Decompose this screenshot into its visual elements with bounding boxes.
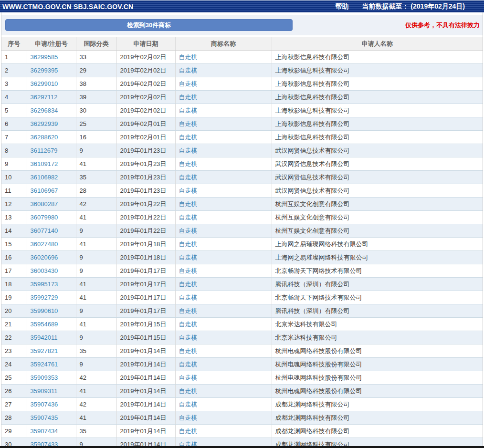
registration-number-link[interactable]: 35924761 bbox=[31, 361, 58, 368]
mark-name-link[interactable]: 自走棋 bbox=[179, 227, 198, 234]
mark-name-link[interactable]: 自走棋 bbox=[179, 94, 198, 101]
mark-name-link[interactable]: 自走棋 bbox=[179, 254, 198, 261]
mark-name-cell: 自走棋 bbox=[175, 131, 272, 144]
registration-number-cell: 36027480 bbox=[27, 238, 76, 251]
application-date-cell: 2019年01月22日 bbox=[116, 198, 175, 211]
applicant-name-cell: 武汉网贤信息技术有限公司 bbox=[272, 184, 483, 198]
registration-number-link[interactable]: 36106967 bbox=[31, 187, 58, 194]
mark-name-link[interactable]: 自走棋 bbox=[179, 107, 198, 114]
mark-name-link[interactable]: 自走棋 bbox=[179, 281, 198, 288]
mark-name-link[interactable]: 自走棋 bbox=[179, 334, 198, 341]
top-navigation-bar: WWW.CTMO.GOV.CN SBJ.SAIC.GOV.CN 帮助 当前数据截… bbox=[0, 0, 484, 12]
registration-number-link[interactable]: 35942011 bbox=[31, 334, 58, 341]
mark-name-link[interactable]: 自走棋 bbox=[179, 294, 198, 301]
application-date-cell: 2019年01月17日 bbox=[116, 264, 175, 278]
registration-number-link[interactable]: 35909353 bbox=[31, 374, 58, 381]
result-count-button[interactable]: 检索到30件商标 bbox=[5, 19, 293, 31]
mark-name-link[interactable]: 自走棋 bbox=[179, 120, 198, 127]
mark-name-link[interactable]: 自走棋 bbox=[179, 200, 198, 208]
registration-number-link[interactable]: 35907434 bbox=[31, 427, 58, 435]
mark-name-link[interactable]: 自走棋 bbox=[179, 67, 198, 74]
registration-number-link[interactable]: 35990610 bbox=[31, 307, 58, 314]
mark-name-cell: 自走棋 bbox=[175, 157, 272, 171]
mark-name-cell: 自走棋 bbox=[175, 291, 272, 304]
mark-name-link[interactable]: 自走棋 bbox=[179, 427, 198, 435]
application-date-cell: 2019年02月02日 bbox=[116, 51, 175, 64]
mark-name-link[interactable]: 自走棋 bbox=[179, 134, 198, 141]
registration-number-link[interactable]: 36299010 bbox=[31, 80, 58, 87]
registration-number-link[interactable]: 35992729 bbox=[31, 294, 58, 301]
mark-name-link[interactable]: 自走棋 bbox=[179, 401, 198, 408]
registration-number-link[interactable]: 36027480 bbox=[31, 240, 58, 248]
mark-name-cell: 自走棋 bbox=[175, 77, 272, 91]
mark-name-link[interactable]: 自走棋 bbox=[179, 80, 198, 87]
mark-name-link[interactable]: 自走棋 bbox=[179, 321, 198, 328]
registration-number-link[interactable]: 36112679 bbox=[31, 147, 58, 154]
registration-number-link[interactable]: 36109172 bbox=[31, 160, 58, 167]
mark-name-link[interactable]: 自走棋 bbox=[179, 174, 198, 181]
registration-number-cell: 36292939 bbox=[27, 117, 76, 131]
registration-number-cell: 36112679 bbox=[27, 144, 76, 157]
intl-class-cell: 38 bbox=[76, 77, 116, 91]
registration-number-cell: 35995173 bbox=[27, 278, 76, 291]
mark-name-link[interactable]: 自走棋 bbox=[179, 160, 198, 167]
mark-name-link[interactable]: 自走棋 bbox=[179, 214, 198, 221]
registration-number-link[interactable]: 35927821 bbox=[31, 347, 58, 354]
seq-cell: 29 bbox=[1, 425, 27, 438]
mark-name-link[interactable]: 自走棋 bbox=[179, 187, 198, 194]
registration-number-cell: 35909353 bbox=[27, 371, 76, 385]
applicant-name-cell: 腾讯科技（深圳）有限公司 bbox=[272, 304, 483, 318]
registration-number-link[interactable]: 35909311 bbox=[31, 387, 58, 395]
registration-number-link[interactable]: 36292939 bbox=[31, 120, 58, 127]
registration-number-link[interactable]: 35907435 bbox=[31, 414, 58, 421]
results-toolbar: 检索到30件商标 仅供参考，不具有法律效力 bbox=[1, 15, 483, 35]
mark-name-link[interactable]: 自走棋 bbox=[179, 53, 198, 61]
seq-cell: 3 bbox=[1, 77, 27, 91]
intl-class-cell: 28 bbox=[76, 184, 116, 198]
seq-cell: 18 bbox=[1, 278, 27, 291]
intl-class-cell: 30 bbox=[76, 104, 116, 117]
registration-number-link[interactable]: 36106982 bbox=[31, 174, 58, 181]
registration-number-link[interactable]: 36288620 bbox=[31, 134, 58, 141]
table-row: 143607714092019年01月22日自走棋杭州互娱文化创意有限公司 bbox=[1, 224, 483, 238]
table-row: 2135954689412019年01月15日自走棋北京米达科技有限公司 bbox=[1, 318, 483, 331]
registration-number-link[interactable]: 36077140 bbox=[31, 227, 58, 234]
registration-number-link[interactable]: 36299395 bbox=[31, 67, 58, 74]
mark-name-link[interactable]: 自走棋 bbox=[179, 147, 198, 154]
mark-name-cell: 自走棋 bbox=[175, 398, 272, 411]
mark-name-cell: 自走棋 bbox=[175, 224, 272, 238]
registration-number-link[interactable]: 35954689 bbox=[31, 321, 58, 328]
registration-number-link[interactable]: 35907436 bbox=[31, 401, 58, 408]
mark-name-link[interactable]: 自走棋 bbox=[179, 414, 198, 421]
registration-number-link[interactable]: 36296834 bbox=[31, 107, 58, 114]
table-row: 1835995173412019年01月17日自走棋腾讯科技（深圳）有限公司 bbox=[1, 278, 483, 291]
mark-name-link[interactable]: 自走棋 bbox=[179, 387, 198, 395]
application-date-cell: 2019年01月14日 bbox=[116, 358, 175, 371]
registration-number-cell: 36296834 bbox=[27, 104, 76, 117]
mark-name-link[interactable]: 自走棋 bbox=[179, 374, 198, 381]
mark-name-cell: 自走棋 bbox=[175, 104, 272, 117]
seq-cell: 15 bbox=[1, 238, 27, 251]
registration-number-link[interactable]: 36297112 bbox=[31, 94, 58, 101]
registration-number-link[interactable]: 36020696 bbox=[31, 254, 58, 261]
mark-name-link[interactable]: 自走棋 bbox=[179, 307, 198, 314]
registration-number-link[interactable]: 35995173 bbox=[31, 281, 58, 288]
mark-name-cell: 自走棋 bbox=[175, 331, 272, 344]
registration-number-link[interactable]: 36080287 bbox=[31, 200, 58, 208]
registration-number-link[interactable]: 36079980 bbox=[31, 214, 58, 221]
applicant-name-cell: 北京米达科技有限公司 bbox=[272, 318, 483, 331]
table-row: 336299010382019年02月02日自走棋上海秋影信息科技有限公司 bbox=[1, 77, 483, 91]
mark-name-link[interactable]: 自走棋 bbox=[179, 267, 198, 274]
seq-cell: 5 bbox=[1, 104, 27, 117]
mark-name-link[interactable]: 自走棋 bbox=[179, 347, 198, 354]
table-row: 163602069692019年01月18日自走棋上海网之易璀璨网络科技有限公司 bbox=[1, 251, 483, 264]
intl-class-cell: 41 bbox=[76, 291, 116, 304]
application-date-cell: 2019年01月17日 bbox=[116, 304, 175, 318]
table-row: 1136106967282019年01月23日自走棋武汉网贤信息技术有限公司 bbox=[1, 184, 483, 198]
help-link[interactable]: 帮助 bbox=[335, 2, 348, 11]
registration-number-link[interactable]: 36003430 bbox=[31, 267, 58, 274]
mark-name-link[interactable]: 自走棋 bbox=[179, 240, 198, 248]
intl-class-cell: 41 bbox=[76, 278, 116, 291]
registration-number-link[interactable]: 36299585 bbox=[31, 53, 58, 61]
mark-name-link[interactable]: 自走棋 bbox=[179, 361, 198, 368]
